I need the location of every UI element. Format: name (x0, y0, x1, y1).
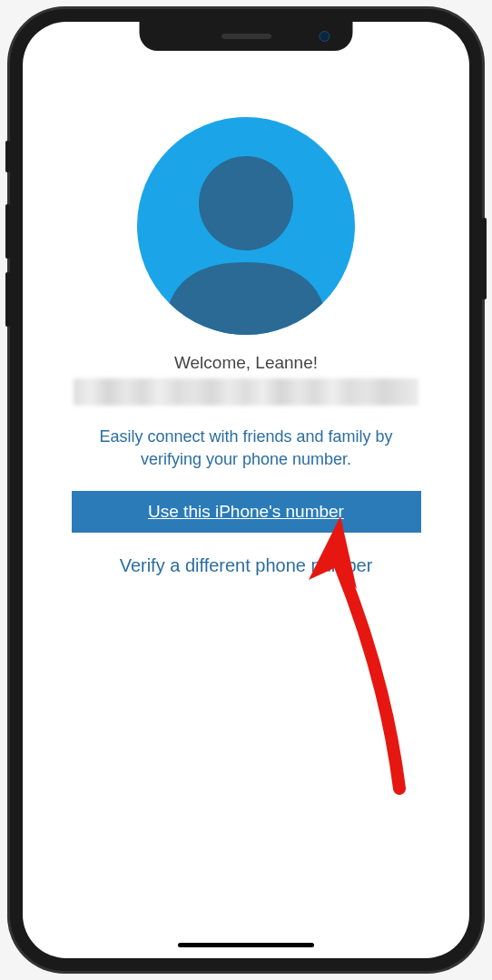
volume-up-button (5, 204, 10, 259)
welcome-greeting: Welcome, Leanne! (174, 353, 318, 373)
home-indicator[interactable] (178, 943, 314, 947)
volume-down-button (5, 272, 10, 327)
verification-description: Easily connect with friends and family b… (50, 426, 442, 471)
verify-different-number-link[interactable]: Verify a different phone number (120, 555, 373, 576)
speaker-grille (221, 34, 271, 39)
svg-point-0 (199, 156, 293, 250)
power-button (482, 218, 487, 299)
screen-area: Welcome, Leanne! Easily connect with fri… (23, 22, 469, 958)
phone-device-frame: Welcome, Leanne! Easily connect with fri… (10, 9, 482, 971)
avatar-placeholder[interactable] (137, 117, 355, 335)
redacted-info (74, 378, 418, 406)
app-screen: Welcome, Leanne! Easily connect with fri… (23, 22, 469, 958)
device-notch (140, 22, 353, 51)
use-this-number-button[interactable]: Use this iPhone's number (72, 491, 421, 533)
person-silhouette-icon (137, 117, 355, 335)
front-camera (320, 31, 330, 42)
mute-switch (5, 141, 10, 172)
